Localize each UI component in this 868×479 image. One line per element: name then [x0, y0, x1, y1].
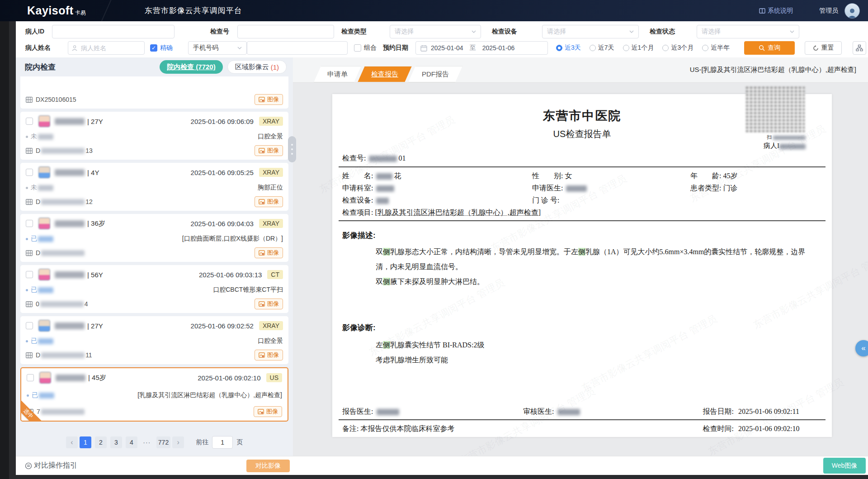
page-number-button[interactable]: 772	[156, 436, 170, 448]
tab-exam-report[interactable]: 检查报告	[358, 66, 412, 82]
exam-no-input[interactable]	[237, 25, 334, 38]
view-image-button[interactable]: 图像	[255, 350, 283, 360]
date-from: 2025-01-04	[431, 44, 463, 52]
regional-tab-count: (1)	[271, 63, 279, 71]
item-checkbox[interactable]	[26, 220, 33, 227]
regional-tab-label: 区域影像云	[235, 63, 269, 71]
image-icon	[259, 301, 265, 307]
radio-icon	[702, 45, 708, 51]
item-checkbox[interactable]	[26, 322, 33, 329]
item-checkbox[interactable]	[27, 374, 34, 381]
phone-field-select[interactable]: 手机号码	[188, 41, 247, 55]
view-image-button[interactable]: 图像	[255, 299, 283, 309]
current-study-label: US-[乳腺及其引流区淋巴结彩超（乳腺中心）,超声检查]	[690, 66, 856, 74]
goto-page-input[interactable]	[212, 436, 233, 449]
search-button[interactable]: 查询	[744, 41, 795, 55]
radio-icon	[623, 45, 629, 51]
status-select[interactable]: 请选择	[697, 25, 799, 38]
panel-splitter-handle[interactable]	[288, 136, 296, 162]
image-icon	[259, 97, 265, 102]
report-doctor-label: 报告医生:	[342, 408, 373, 415]
view-image-button[interactable]: 图像	[255, 196, 283, 207]
phone-input[interactable]	[247, 41, 348, 55]
tab-internal-exams[interactable]: 院内检查 (7720)	[160, 60, 223, 74]
qr-code	[746, 87, 805, 132]
qr-block: 扫 病人I	[746, 87, 806, 150]
view-image-button[interactable]: 图像	[255, 145, 283, 156]
status-redacted	[38, 338, 53, 344]
person-icon	[846, 7, 858, 18]
req-doctor-redacted	[566, 185, 587, 192]
exam-item-value: [乳腺及其引流区淋巴结彩超（乳腺中心）,超声检查]	[375, 209, 541, 216]
patient-name-redacted	[55, 220, 85, 227]
chevron-down-icon	[790, 29, 794, 34]
date-range-picker[interactable]: 2025-01-04 至 2025-01-06	[415, 41, 548, 55]
exam-id-redacted	[41, 352, 85, 358]
exam-list-item[interactable]: | 4Y 2025-01-06 09:05:25 XRAY 未 胸部正位 D12…	[20, 163, 288, 211]
item-checkbox[interactable]	[26, 169, 33, 176]
description-body: 双侧乳腺形态大小正常，内结构清晰，导管未见明显增宽。于左侧乳腺（1A）可见大小约…	[376, 244, 807, 289]
page-number-button[interactable]: 3	[110, 436, 122, 448]
phone-field-label: 手机号码	[193, 44, 237, 52]
tab-application-form[interactable]: 申请单	[314, 66, 361, 82]
view-image-button[interactable]: 图像	[254, 406, 282, 417]
combine-label: 组合	[364, 44, 377, 52]
device-placeholder: 请选择	[547, 28, 629, 36]
age-label: 年 龄:	[690, 172, 721, 180]
compare-images-button[interactable]: 对比影像	[246, 460, 290, 472]
report-scroll-area[interactable]: 东营市中医院 US检查报告单 扫 病人I 检查号: 01	[293, 83, 868, 456]
combine-checkbox[interactable]	[354, 44, 361, 52]
image-icon	[259, 148, 265, 153]
patient-name-input[interactable]	[68, 41, 145, 55]
exam-type-select[interactable]: 请选择	[390, 25, 481, 38]
exam-list-item[interactable]: | 27Y 2025-01-06 09:02:52 XRAY 已 口腔全景 D1…	[20, 316, 288, 364]
reset-button[interactable]: 重置	[805, 41, 842, 55]
layout-settings-button[interactable]	[853, 41, 866, 55]
chevron-down-icon	[237, 46, 242, 50]
patient-avatar	[38, 320, 50, 332]
patient-name-redacted	[55, 322, 85, 329]
exam-list-item[interactable]: | 27Y 2025-01-06 09:06:09 XRAY 未 口腔全景 D1…	[20, 112, 288, 160]
next-page-button[interactable]: ›	[172, 436, 184, 448]
radio-icon	[590, 45, 596, 51]
view-image-button[interactable]: 图像	[255, 94, 283, 105]
expand-panel-button[interactable]: «	[855, 340, 868, 356]
page-number-button[interactable]: 1	[80, 436, 91, 448]
page-number-button[interactable]: 2	[95, 436, 107, 448]
exam-list-item[interactable]: | 36岁 2025-01-06 09:04:03 XRAY 已 [口腔曲面断层…	[20, 214, 288, 262]
diagnosis-body: 左侧乳腺囊实性结节 BI-RADS:2级考虑乳腺增生所致可能	[376, 337, 807, 367]
compare-guide-link[interactable]: 对比操作指引	[25, 461, 77, 470]
exam-list-item[interactable]: | 56Y 2025-01-06 09:03:13 CT 已 口腔CBCT锥形束…	[20, 265, 288, 313]
goto-label: 前往	[196, 438, 208, 446]
item-checkbox[interactable]	[26, 118, 33, 125]
quick-range-radio[interactable]: 近1个月	[623, 44, 654, 52]
view-image-button[interactable]: 图像	[255, 247, 283, 258]
image-icon	[259, 352, 265, 358]
reset-button-label: 重置	[821, 44, 834, 52]
exam-no-suffix: 01	[398, 154, 406, 162]
patient-name-redacted	[55, 118, 85, 125]
page-number-button[interactable]: ···	[141, 436, 153, 448]
status-placeholder: 请选择	[702, 28, 790, 36]
date-separator: 至	[470, 44, 476, 52]
exam-status: 未	[26, 133, 53, 141]
patient-age: | 27Y	[87, 322, 103, 330]
tab-pdf-report[interactable]: PDF报告	[408, 66, 462, 82]
prev-page-button[interactable]: ‹	[66, 436, 78, 448]
quick-range-radio[interactable]: 近3天	[556, 44, 581, 52]
quick-range-radio[interactable]: 近3个月	[662, 44, 693, 52]
web-image-button[interactable]: Web图像	[823, 458, 866, 474]
page-number-button[interactable]: 4	[126, 436, 137, 448]
device-select[interactable]: 请选择	[542, 25, 639, 38]
divider	[339, 419, 826, 420]
exam-description: 胸部正位	[258, 184, 283, 192]
user-avatar[interactable]	[844, 3, 860, 19]
system-help-link[interactable]: 系统说明	[759, 7, 793, 15]
exam-list-item-partial[interactable]: DX250106015 图像	[20, 76, 288, 109]
quick-range-radio[interactable]: 近半年	[702, 44, 730, 52]
quick-range-radio[interactable]: 近7天	[590, 44, 614, 52]
exam-list-item[interactable]: | 45岁 2025-01-06 09:02:10 US 已 [乳腺及其引流区淋…	[20, 367, 288, 422]
item-checkbox[interactable]	[26, 271, 33, 278]
patient-name-redacted	[55, 169, 85, 176]
tab-regional-cloud[interactable]: 区域影像云 (1)	[227, 60, 287, 74]
